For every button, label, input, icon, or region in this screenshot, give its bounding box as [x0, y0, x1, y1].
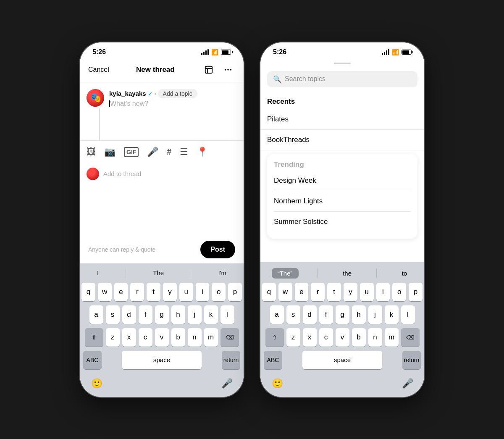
space-key-2[interactable]: space: [302, 351, 382, 369]
key2-u[interactable]: u: [360, 283, 374, 301]
time-2: 5:26: [273, 48, 286, 56]
key-t[interactable]: t: [147, 283, 160, 301]
key2-g[interactable]: g: [336, 305, 349, 324]
topic-item-design-week[interactable]: Design Week: [274, 171, 411, 191]
add-thread-text[interactable]: Add to thread: [103, 170, 141, 177]
key2-s[interactable]: s: [286, 305, 300, 324]
topic-item-bookthreads[interactable]: BookThreads: [260, 130, 424, 150]
key2-k[interactable]: k: [385, 305, 399, 324]
key2-m[interactable]: m: [385, 328, 399, 347]
suggestion-the[interactable]: The: [149, 269, 168, 279]
key2-f[interactable]: f: [319, 305, 333, 324]
location-icon[interactable]: 📍: [197, 147, 208, 158]
key-x[interactable]: x: [122, 328, 136, 347]
space-key[interactable]: space: [122, 351, 202, 369]
add-topic-pill[interactable]: Add a topic: [158, 89, 197, 98]
key2-h[interactable]: h: [352, 305, 366, 324]
key2-x[interactable]: x: [303, 328, 317, 347]
suggestion-the-lower[interactable]: the: [337, 268, 357, 279]
key-m[interactable]: m: [204, 328, 218, 347]
emoji-key-2[interactable]: 🙂: [268, 374, 286, 393]
key-d[interactable]: d: [122, 305, 136, 324]
shift-key-2[interactable]: ⇧: [265, 328, 284, 347]
topic-item-summer-solstice[interactable]: Summer Solstice: [274, 212, 411, 232]
key-i[interactable]: i: [196, 283, 210, 301]
key-g[interactable]: g: [155, 305, 169, 324]
key-b[interactable]: b: [171, 328, 185, 347]
key-v[interactable]: v: [155, 328, 169, 347]
key2-p[interactable]: p: [409, 283, 423, 301]
hashtag-icon[interactable]: #: [167, 147, 171, 157]
key-h[interactable]: h: [171, 305, 185, 324]
key-r[interactable]: r: [130, 283, 144, 301]
key2-i[interactable]: i: [376, 283, 390, 301]
suggestion-i[interactable]: I: [93, 269, 103, 279]
audio-icon[interactable]: 🎤: [147, 147, 158, 158]
emoji-key-1[interactable]: 🙂: [87, 374, 106, 393]
key2-z[interactable]: z: [286, 328, 300, 347]
return-key-2[interactable]: return: [402, 351, 421, 369]
key2-n[interactable]: n: [368, 328, 382, 347]
abc-key[interactable]: ABC: [83, 351, 102, 369]
key-c[interactable]: c: [139, 328, 152, 347]
image-icon[interactable]: 🖼: [87, 147, 96, 158]
key2-o[interactable]: o: [392, 283, 406, 301]
key2-w[interactable]: w: [278, 283, 292, 301]
key-o[interactable]: o: [212, 283, 226, 301]
key-f[interactable]: f: [139, 305, 152, 324]
key2-t[interactable]: t: [327, 283, 341, 301]
keyboard-suggestions-2: “The” the to: [262, 266, 423, 283]
search-bar[interactable]: 🔍 Search topics: [267, 71, 417, 87]
cancel-button[interactable]: Cancel: [88, 66, 109, 74]
avatar: [87, 89, 104, 107]
list-icon[interactable]: ☰: [180, 147, 188, 158]
delete-key[interactable]: ⌫: [220, 328, 239, 347]
key-p[interactable]: p: [228, 283, 242, 301]
key2-b[interactable]: b: [352, 328, 366, 347]
key-n[interactable]: n: [188, 328, 202, 347]
key2-l[interactable]: l: [401, 305, 415, 324]
keyboard-suggestions-1: I The I'm: [81, 267, 242, 283]
camera-icon[interactable]: 📷: [104, 147, 116, 158]
topics-spacer: [260, 242, 424, 262]
key2-c[interactable]: c: [319, 328, 333, 347]
key2-y[interactable]: y: [344, 283, 357, 301]
key-q[interactable]: q: [81, 283, 95, 301]
key-s[interactable]: s: [106, 305, 120, 324]
key2-r[interactable]: r: [311, 283, 325, 301]
suggestion-im[interactable]: I'm: [214, 269, 231, 279]
key2-j[interactable]: j: [368, 305, 382, 324]
draft-icon-button[interactable]: [202, 63, 216, 77]
mic-key-1[interactable]: 🎤: [218, 374, 236, 393]
key2-d[interactable]: d: [303, 305, 317, 324]
delete-key-2[interactable]: ⌫: [401, 328, 420, 347]
key-l[interactable]: l: [220, 305, 234, 324]
suggestion-the-quoted[interactable]: “The”: [272, 268, 299, 279]
key-w[interactable]: w: [98, 283, 112, 301]
return-key[interactable]: return: [222, 351, 240, 369]
post-button[interactable]: Post: [200, 241, 235, 258]
key-z[interactable]: z: [106, 328, 120, 347]
key2-v[interactable]: v: [336, 328, 349, 347]
key2-e[interactable]: e: [295, 283, 309, 301]
suggestion-to[interactable]: to: [396, 268, 413, 279]
compose-content: kyia_kayaks ✓ › Add a topic What's new?: [109, 89, 237, 111]
key-k[interactable]: k: [204, 305, 218, 324]
compose-placeholder[interactable]: What's new?: [109, 100, 237, 108]
search-input[interactable]: Search topics: [285, 75, 412, 83]
key2-a[interactable]: a: [270, 305, 284, 324]
key-j[interactable]: j: [188, 305, 202, 324]
key-y[interactable]: y: [163, 283, 177, 301]
key-u[interactable]: u: [179, 283, 193, 301]
mic-key-2[interactable]: 🎤: [398, 374, 417, 393]
shift-key[interactable]: ⇧: [85, 328, 103, 347]
key2-q[interactable]: q: [262, 283, 276, 301]
key-a[interactable]: a: [89, 305, 103, 324]
key-e[interactable]: e: [114, 283, 128, 301]
topic-item-northern-lights[interactable]: Northern Lights: [274, 191, 411, 212]
more-options-button[interactable]: [221, 63, 235, 77]
topic-item-pilates[interactable]: Pilates: [260, 109, 424, 130]
abc-key-2[interactable]: ABC: [264, 351, 282, 369]
gif-icon[interactable]: GIF: [124, 147, 139, 157]
reply-options[interactable]: Anyone can reply & quote: [88, 246, 155, 253]
